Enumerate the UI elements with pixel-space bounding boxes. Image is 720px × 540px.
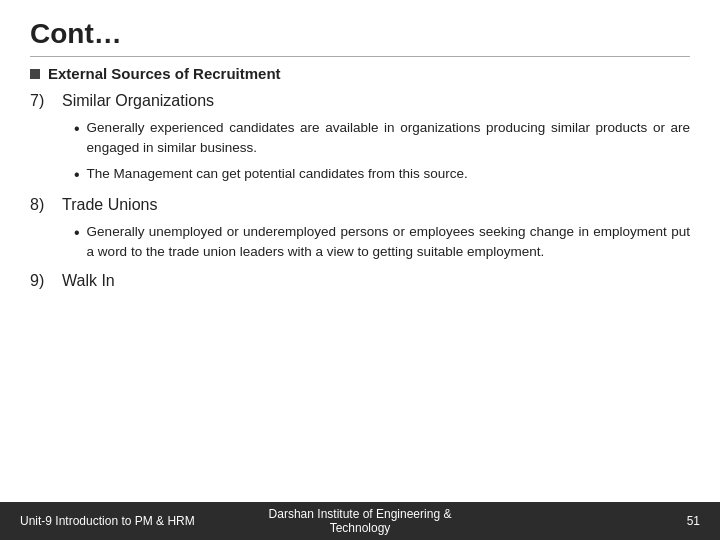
footer-left-text: Unit-9 Introduction to PM & HRM [20,514,247,528]
item-title-9: Walk In [62,272,115,290]
list-item-8: 8) Trade Unions [30,196,690,214]
item-number-7: 7) [30,92,62,110]
bullet-points-7: • Generally experienced candidates are a… [74,118,690,186]
bullet-dot-icon: • [74,222,80,244]
bullet-7-1: • Generally experienced candidates are a… [74,118,690,159]
bullet-square-icon [30,69,40,79]
slide: Cont… External Sources of Recruitment 7)… [0,0,720,540]
bullet-7-2: • The Management can get potential candi… [74,164,690,186]
list-item-9: 9) Walk In [30,272,690,290]
bullet-dot-icon: • [74,164,80,186]
bullet-text-8-1: Generally unemployed or underemployed pe… [87,222,690,263]
bullet-text-7-2: The Management can get potential candida… [87,164,468,184]
footer-center-text: Darshan Institute of Engineering & Techn… [247,507,474,535]
item-title-7: Similar Organizations [62,92,214,110]
section-label: External Sources of Recruitment [48,65,281,82]
bullet-text-7-1: Generally experienced candidates are ava… [87,118,690,159]
bullet-dot-icon: • [74,118,80,140]
footer: Unit-9 Introduction to PM & HRM Darshan … [0,502,720,540]
list-item-7: 7) Similar Organizations [30,92,690,110]
section-header: External Sources of Recruitment [30,65,690,82]
item-title-8: Trade Unions [62,196,157,214]
slide-title: Cont… [30,18,690,57]
item-number-9: 9) [30,272,62,290]
bullet-points-8: • Generally unemployed or underemployed … [74,222,690,263]
item-number-8: 8) [30,196,62,214]
bullet-8-1: • Generally unemployed or underemployed … [74,222,690,263]
main-content: Cont… External Sources of Recruitment 7)… [0,0,720,502]
footer-page-number: 51 [473,514,700,528]
